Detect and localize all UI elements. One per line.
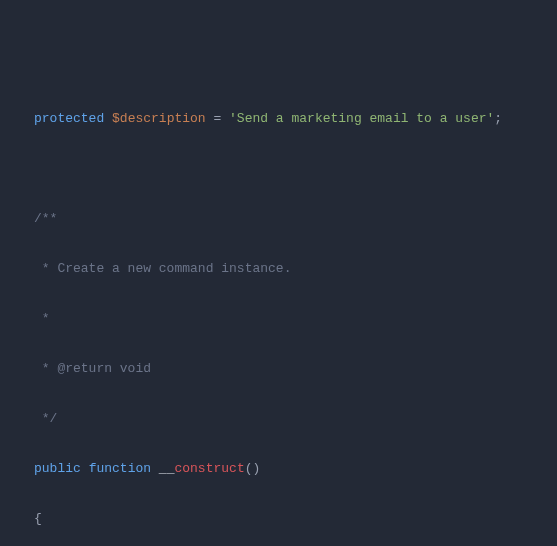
variable: $description xyxy=(112,111,206,126)
comment: /** xyxy=(34,211,57,226)
brace-open: { xyxy=(34,511,42,526)
comment: */ xyxy=(34,411,57,426)
code-line: protected $description = 'Send a marketi… xyxy=(34,106,557,131)
code-line: { xyxy=(34,506,557,531)
comment: * @return void xyxy=(34,361,151,376)
keyword-public: public xyxy=(34,461,81,476)
comment-line: * Create a new command instance. xyxy=(34,256,557,281)
comment: * Create a new command instance. xyxy=(34,261,291,276)
operator: = xyxy=(206,111,229,126)
comment-line: */ xyxy=(34,406,557,431)
comment-line: /** xyxy=(34,206,557,231)
keyword-function: function xyxy=(89,461,151,476)
parentheses: () xyxy=(245,461,261,476)
method-name: construct xyxy=(174,461,244,476)
semicolon: ; xyxy=(494,111,502,126)
code-line-empty xyxy=(34,156,557,181)
keyword-protected: protected xyxy=(34,111,104,126)
code-line: public function __construct() xyxy=(34,456,557,481)
comment-line: * xyxy=(34,306,557,331)
underscore: __ xyxy=(159,461,175,476)
string-literal: 'Send a marketing email to a user' xyxy=(229,111,494,126)
comment: * xyxy=(34,311,50,326)
comment-line: * @return void xyxy=(34,356,557,381)
